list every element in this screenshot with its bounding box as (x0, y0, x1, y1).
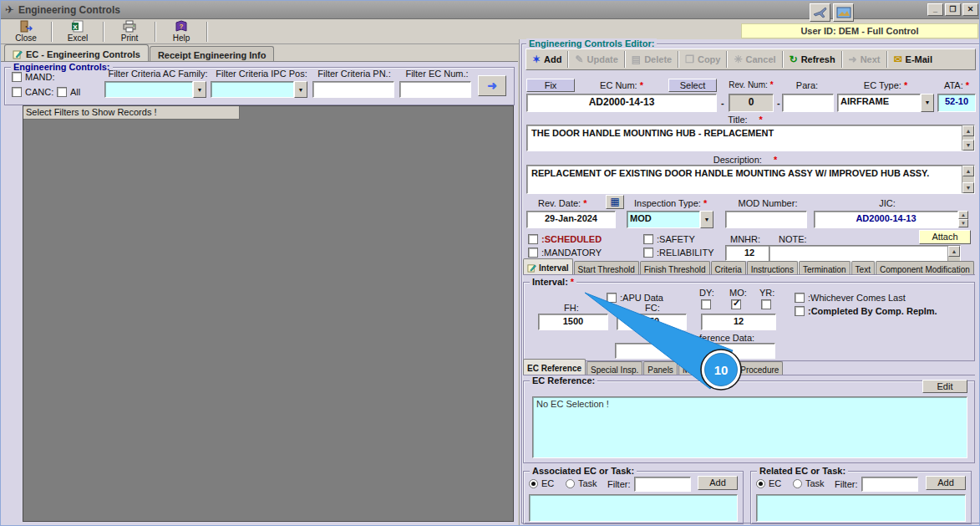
cancel-button[interactable]: ✳Cancel (729, 51, 779, 69)
ipc-pos-dropdown-button[interactable]: ▼ (294, 81, 307, 98)
tab-interval[interactable]: Interval (523, 258, 573, 275)
update-button[interactable]: ✎Update (571, 51, 622, 69)
tab-special-insp[interactable]: Special Insp. (586, 361, 642, 375)
related-ec-list[interactable] (756, 494, 966, 522)
whichever-comes-last-checkbox[interactable] (795, 293, 805, 303)
mo-checkbox[interactable] (731, 299, 741, 309)
refresh-button[interactable]: ↻Refresh (785, 51, 840, 69)
safety-checkbox[interactable] (643, 234, 653, 244)
associated-filter-input[interactable] (634, 477, 691, 492)
all-checkbox[interactable] (57, 87, 67, 97)
ata-field[interactable]: 52-10 (937, 94, 976, 112)
description-textarea[interactable]: REPLACEMENT OF EXISTING DOOR HANDLE MOUN… (526, 165, 975, 194)
completed-by-comp-replm-checkbox[interactable] (795, 306, 805, 316)
mandatory-checkbox[interactable] (528, 248, 538, 258)
tab-receipt-engineering-info[interactable]: Receipt Engineering Info (150, 46, 275, 62)
related-add-button[interactable]: Add (926, 476, 966, 490)
ec-type-combobox[interactable]: AIRFRAME (837, 94, 921, 112)
description-scrollbar[interactable]: ▲ ▼ (962, 166, 974, 193)
dy-checkbox[interactable] (701, 299, 711, 309)
mod-number-input[interactable] (725, 211, 807, 228)
spinner-down-icon[interactable]: ▼ (958, 219, 968, 227)
inspection-type-combobox[interactable]: MOD (627, 211, 700, 228)
tab-ec-engineering-controls[interactable]: EC - Engineering Controls (4, 44, 149, 62)
dmy-interval-input[interactable]: 12 (701, 314, 776, 330)
reliability-checkbox[interactable] (643, 248, 653, 258)
image-view-button[interactable] (833, 3, 854, 22)
tab-component-modification[interactable]: Component Modification (876, 261, 974, 275)
attach-button[interactable]: Attach (919, 230, 971, 244)
ac-family-dropdown-button[interactable]: ▼ (193, 81, 206, 98)
mand-checkbox[interactable] (12, 72, 22, 82)
tab-ec-reference[interactable]: EC Reference (523, 359, 586, 375)
tab-start-threshold[interactable]: Start Threshold (574, 261, 639, 275)
select-button[interactable]: Select (668, 79, 717, 92)
inspection-type-dropdown-button[interactable]: ▼ (700, 211, 713, 228)
tab-materials[interactable]: Materials (678, 361, 721, 375)
filter-ec-num-input[interactable] (399, 81, 471, 98)
scroll-down-icon[interactable]: ▼ (962, 140, 974, 151)
ec-reference-list[interactable]: No EC Selection ! (532, 396, 967, 458)
scheduled-checkbox[interactable] (528, 234, 538, 244)
scroll-down-icon[interactable]: ▼ (962, 182, 974, 193)
inspection-type-label: Inspection Type:* (634, 198, 707, 208)
tab-text[interactable]: Text (851, 261, 875, 275)
help-button[interactable]: ? Help (160, 20, 203, 43)
fh-input[interactable]: 1500 (538, 314, 608, 330)
yr-checkbox[interactable] (761, 299, 771, 309)
ec-type-dropdown-button[interactable]: ▼ (921, 94, 934, 112)
scroll-up-icon[interactable]: ▲ (962, 125, 974, 136)
calendar-button[interactable]: ▦ (606, 195, 624, 209)
related-filter-input[interactable] (861, 477, 918, 492)
reliability-label: :RELIABILITY (657, 248, 713, 258)
apply-filters-button[interactable]: ➜ (478, 75, 506, 96)
jic-input[interactable]: AD2000-14-13 (814, 211, 958, 228)
associated-ec-list[interactable] (529, 494, 738, 522)
filter-ac-family-combobox[interactable] (104, 81, 193, 98)
tab-finish-threshold[interactable]: Finish Threshold (640, 261, 710, 275)
restore-button[interactable]: ❐ (945, 3, 961, 16)
apu-data-checkbox[interactable] (607, 293, 617, 303)
records-grid[interactable]: Select Filters to Show Records ! (23, 105, 514, 522)
title-textarea[interactable]: THE DOOR HANDLE MOUNTING HUB - REPLACEME… (526, 125, 975, 151)
title-scrollbar[interactable]: ▲ ▼ (962, 125, 974, 151)
add-button[interactable]: ✶Add (528, 51, 566, 69)
associated-ec-radio[interactable] (529, 479, 538, 488)
tab-panels[interactable]: Panels (643, 361, 678, 375)
tab-instructions[interactable]: Instructions (747, 261, 798, 275)
rev-date-input[interactable]: 29-Jan-2024 (526, 211, 616, 228)
delete-button[interactable]: ▤Delete (627, 51, 676, 69)
aircraft-tools-button[interactable] (810, 3, 830, 22)
canc-checkbox[interactable] (12, 87, 22, 97)
fix-button[interactable]: Fix (526, 79, 575, 92)
minimize-button[interactable]: _ (927, 3, 943, 16)
spinner-up-icon[interactable]: ▲ (958, 211, 968, 219)
tab-termination[interactable]: Termination (799, 261, 851, 275)
para-input[interactable] (782, 94, 834, 112)
filter-ipc-pos-combobox[interactable] (211, 81, 294, 98)
tab-criteria[interactable]: Criteria (711, 261, 746, 275)
close-button[interactable]: Close (4, 20, 48, 43)
filter-pn-input[interactable] (312, 81, 394, 98)
fc-input[interactable]: 750 (617, 314, 687, 330)
scroll-up-icon[interactable]: ▲ (948, 246, 960, 257)
para-label: Para: (780, 80, 834, 90)
reference-data-input[interactable] (615, 343, 775, 359)
excel-button[interactable]: X Excel (56, 20, 99, 43)
related-ec-radio[interactable] (756, 479, 765, 488)
print-button[interactable]: Print (108, 20, 151, 43)
ec-num-input[interactable]: AD2000-14-13 (526, 94, 717, 112)
associated-add-button[interactable]: Add (698, 476, 738, 490)
related-task-radio[interactable] (793, 479, 802, 488)
tab-jic-procedure[interactable]: JIC Procedure (721, 361, 783, 375)
associated-task-radio[interactable] (566, 479, 575, 488)
rev-num-input[interactable]: 0 (729, 94, 774, 112)
email-button[interactable]: ✉E-Mail (890, 51, 937, 69)
copy-button[interactable]: ❐Copy (681, 51, 724, 69)
next-button[interactable]: ➜Next (845, 51, 885, 69)
scroll-up-icon[interactable]: ▲ (962, 166, 974, 176)
jic-spinner[interactable]: ▲ ▼ (958, 211, 968, 228)
edit-button[interactable]: Edit (922, 380, 967, 393)
close-window-button[interactable]: ✕ (962, 3, 978, 16)
filters-group-title: Engineering Controls: (11, 62, 113, 72)
